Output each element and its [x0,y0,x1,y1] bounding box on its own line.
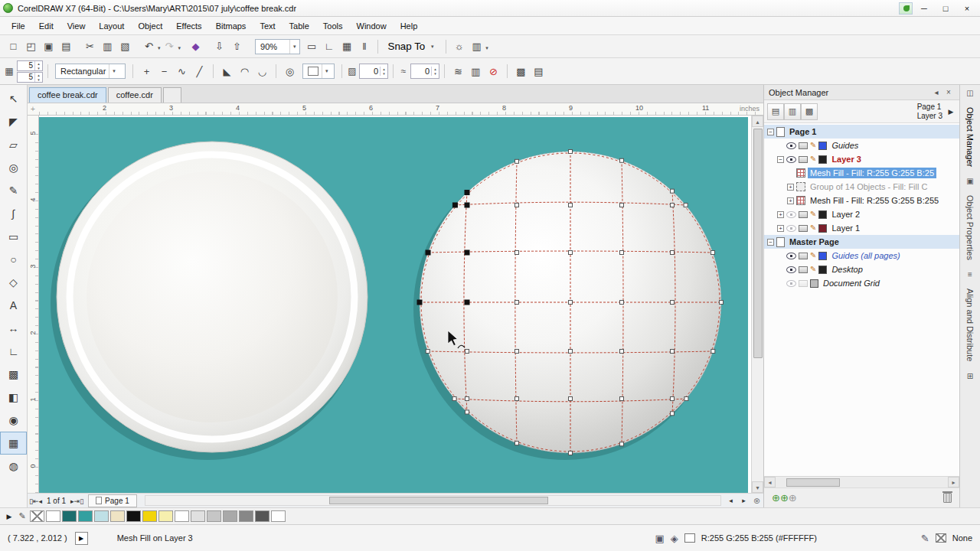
layer-color-chip[interactable] [818,155,827,164]
pencil-edit-icon[interactable]: ✎ [810,252,816,259]
om-item-label[interactable]: Layer 1 [829,223,862,233]
ellipse-tool[interactable]: ○ [0,248,27,271]
first-page-icon[interactable]: ⇤ [33,497,39,505]
horizontal-scroll-thumb[interactable] [329,497,547,504]
save-icon[interactable]: ▣ [40,37,57,55]
color-swatch-12[interactable] [223,510,237,522]
dimension-tool[interactable]: ↔ [0,317,27,340]
om-row-mesh-fill-fill-r-255-g-255-b-25[interactable]: Mesh Fill - Fill: R:255 G:255 B:25 [764,166,959,180]
color-swatch-6[interactable] [126,510,141,522]
printer-icon[interactable] [799,156,808,163]
down-arrow-icon[interactable]: ▾ [35,66,42,70]
delete-layer-icon[interactable] [943,493,952,503]
om-row-layer-3[interactable]: −✎Layer 3 [764,152,959,166]
om-row-group-of-14-objects-fill-fill-c[interactable]: +Group of 14 Objects - Fill: Fill C [764,180,959,194]
shape-tool[interactable]: ◤ [0,110,27,133]
menu-view[interactable]: View [60,18,93,34]
maximize-button[interactable]: □ [936,2,956,15]
docker-close-icon[interactable]: × [942,88,955,96]
drop-shadow-tool[interactable]: ▩ [0,363,27,386]
docker-options-arrow-icon[interactable]: ▶ [946,108,956,116]
visibility-eye-icon[interactable] [786,142,796,149]
docker-horizontal-scrollbar[interactable]: ◂ ▸ [764,476,959,487]
menu-text[interactable]: Text [253,18,282,34]
add-page-icon[interactable]: ▯ [80,497,83,505]
vertical-scroll-thumb[interactable] [753,129,763,358]
wrap-options-icon[interactable]: ▩ [512,63,530,80]
show-grid-icon[interactable]: ▦ [338,37,356,55]
color-swatch-10[interactable] [191,510,205,522]
om-row-master-page[interactable]: −Master Page [764,235,959,249]
scroll-right-icon[interactable]: ▸ [737,497,750,504]
printer-icon[interactable] [799,225,808,232]
docker-tab-align-and-distribute[interactable]: Align and Distribute [965,284,975,366]
snap-to-button[interactable]: Snap To ▾ [382,38,443,55]
new-tab-stub[interactable] [163,87,181,103]
pencil-edit-icon[interactable]: ✎ [810,155,816,163]
layer-color-chip[interactable] [818,224,827,233]
delete-intersection-icon[interactable]: − [155,63,173,80]
text-tool[interactable]: A [0,294,27,317]
redo-icon-caret[interactable]: ▾ [178,45,181,51]
om-item-label[interactable]: Layer 3 [829,154,864,165]
outline-none-swatch[interactable] [936,533,946,543]
menu-layout[interactable]: Layout [92,18,131,34]
launch-menu-icon-caret[interactable]: ▾ [485,45,488,51]
down-arrow-icon[interactable]: ▾ [432,71,439,76]
zoom-tool[interactable]: ◎ [0,156,27,179]
menu-bitmaps[interactable]: Bitmaps [209,18,253,34]
fill-color-swatch[interactable] [684,533,695,543]
down-arrow-icon[interactable]: ▾ [381,71,387,76]
convert-to-curve-icon[interactable]: ∿ [173,63,191,80]
om-item-label[interactable]: Desktop [829,264,864,275]
color-swatch-4[interactable] [94,510,109,522]
connector-tool[interactable]: ∟ [0,340,27,363]
align-dock-icon[interactable]: ≡ [968,270,972,279]
docker-flyout-icon[interactable]: ◂ [930,88,942,96]
color-swatch-5[interactable] [110,510,125,522]
pencil-edit-icon[interactable]: ✎ [810,224,816,232]
copy-mesh-icon[interactable]: ▥ [467,63,485,80]
color-swatch-14[interactable] [255,510,270,522]
close-button[interactable]: × [957,2,977,15]
printer-icon[interactable] [799,280,808,287]
menu-effects[interactable]: Effects [169,18,208,34]
coords-flyout-button[interactable]: ▶ [75,532,88,545]
menu-tools[interactable]: Tools [316,18,350,34]
om-row-document-grid[interactable]: Document Grid [764,276,959,290]
pencil-edit-icon[interactable]: ✎ [810,142,816,149]
copy-icon[interactable]: ▥ [99,37,116,55]
pencil-edit-icon[interactable]: ✎ [810,266,816,273]
pick-tool[interactable]: ↖ [0,87,27,110]
minimize-button[interactable]: ─ [914,2,934,15]
layer-color-chip[interactable] [818,210,827,219]
launch-menu-icon[interactable]: ▥ [468,37,485,55]
import-icon[interactable]: ⇩ [211,37,228,55]
page-tab[interactable]: Page 1 [88,494,137,507]
expander-icon[interactable]: + [777,211,784,218]
menu-window[interactable]: Window [350,18,394,34]
scroll-left-icon[interactable]: ◂ [724,497,737,504]
mesh-type-select[interactable]: Rectangular ▾ [55,64,126,79]
expander-icon[interactable]: + [787,197,794,204]
smooth-mesh-color-icon[interactable]: ≋ [449,63,467,80]
menu-edit[interactable]: Edit [32,18,60,34]
expander-icon[interactable]: − [767,129,774,135]
palette-options-icon[interactable]: ▶ [4,513,15,520]
print-icon[interactable]: ▤ [57,37,75,55]
rectangle-tool[interactable]: ▭ [0,225,27,248]
color-eyedropper-tool[interactable]: ◉ [0,409,27,432]
polygon-tool[interactable]: ◇ [0,271,27,294]
doc-tab-coffee-cdr[interactable]: coffee.cdr [108,87,162,103]
printer-icon[interactable] [799,266,808,273]
layer-color-chip[interactable] [818,252,827,260]
om-item-label[interactable]: Document Grid [821,278,882,289]
om-item-label[interactable]: Layer 2 [829,209,862,220]
acceleration-stepper[interactable]: 0 ▴▾ [410,64,439,79]
layer-manager-view-icon[interactable]: ▤ [767,103,784,120]
color-swatch-8[interactable] [158,510,173,522]
vertical-ruler[interactable]: inches 543210 [28,116,39,493]
om-item-label[interactable]: Guides (all pages) [829,250,902,261]
docker-tab-object-properties[interactable]: Object Properties [965,191,975,265]
expander-icon[interactable]: + [787,184,794,191]
